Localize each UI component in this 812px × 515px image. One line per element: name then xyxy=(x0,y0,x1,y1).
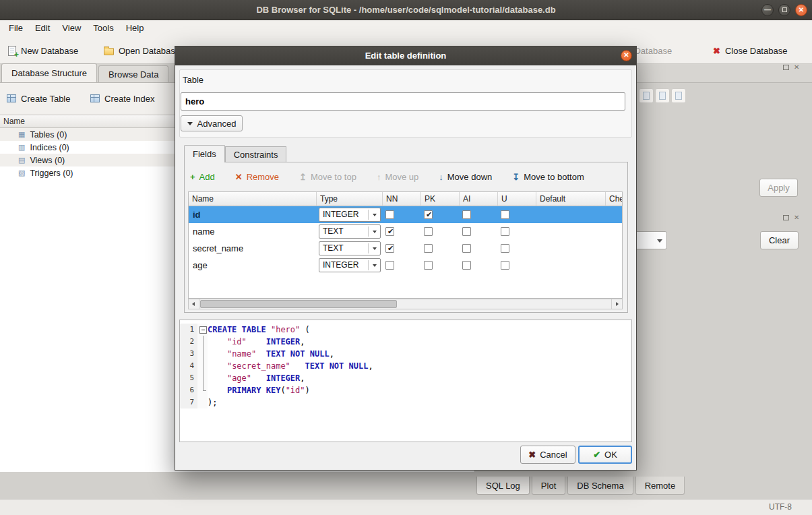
menu-file[interactable]: File xyxy=(3,20,29,36)
sql-preview[interactable]: 1CREATE TABLE "hero" (2 "id" INTEGER,3 "… xyxy=(179,320,632,442)
open-folder-icon xyxy=(104,48,114,55)
u-checkbox[interactable] xyxy=(501,210,509,219)
horizontal-scrollbar[interactable] xyxy=(188,299,623,309)
type-select[interactable]: INTEGER xyxy=(319,208,381,222)
encoding-indicator[interactable]: UTF-8 xyxy=(769,502,792,512)
menu-tools[interactable]: Tools xyxy=(87,20,119,36)
pk-checkbox[interactable] xyxy=(424,227,433,236)
scroll-left-icon[interactable] xyxy=(189,299,199,309)
field-name-cell[interactable]: name xyxy=(189,223,317,240)
dock-close-icon[interactable]: ✕ xyxy=(794,214,799,221)
apply-button[interactable]: Apply xyxy=(759,179,798,197)
field-default-cell[interactable] xyxy=(536,223,606,240)
dock-float-icon[interactable] xyxy=(783,215,789,220)
dialog-tab-constraints[interactable]: Constraints xyxy=(225,146,287,162)
ai-checkbox[interactable] xyxy=(462,244,471,253)
move-down-button[interactable]: ↓Move down xyxy=(439,172,492,182)
close-icon[interactable]: ✕ xyxy=(795,4,807,16)
nn-checkbox[interactable] xyxy=(385,244,394,253)
field-row-name[interactable]: nameTEXT xyxy=(189,223,622,240)
sql-token: "age" xyxy=(227,373,251,383)
new-database-button[interactable]: New Database xyxy=(4,41,82,60)
minimize-icon[interactable]: — xyxy=(761,4,774,16)
cell-editor-toolbar-icon[interactable] xyxy=(655,88,670,103)
dialog-tab-fields[interactable]: Fields xyxy=(184,145,225,162)
field-default-cell[interactable] xyxy=(536,240,606,257)
maximize-icon[interactable] xyxy=(778,4,790,16)
field-check-cell[interactable] xyxy=(606,240,623,257)
add-button[interactable]: +Add xyxy=(190,172,215,182)
menu-view[interactable]: View xyxy=(56,20,87,36)
menu-help[interactable]: Help xyxy=(120,20,150,36)
menu-edit[interactable]: Edit xyxy=(29,20,56,36)
fold-margin-icon[interactable] xyxy=(197,324,208,336)
scrollbar-thumb[interactable] xyxy=(200,300,397,308)
fold-margin-icon xyxy=(197,360,208,372)
u-checkbox[interactable] xyxy=(501,227,509,236)
u-checkbox[interactable] xyxy=(501,244,509,253)
window-titlebar[interactable]: DB Browser for SQLite - /home/user/code/… xyxy=(0,0,812,20)
pk-checkbox[interactable] xyxy=(424,210,433,219)
tab-db-schema[interactable]: DB Schema xyxy=(567,477,633,495)
sql-token xyxy=(247,337,266,346)
ai-checkbox[interactable] xyxy=(462,210,471,219)
type-select[interactable]: TEXT xyxy=(319,241,381,255)
column-header-nn[interactable]: NN xyxy=(383,192,421,206)
field-check-cell[interactable] xyxy=(606,206,623,223)
ai-checkbox[interactable] xyxy=(462,261,471,270)
scroll-right-icon[interactable] xyxy=(611,299,622,309)
field-row-age[interactable]: ageINTEGER xyxy=(189,257,622,274)
move-bottom-button[interactable]: ↧Move to bottom xyxy=(512,172,584,182)
create-table-button[interactable]: Create Table xyxy=(7,90,70,107)
ok-button[interactable]: ✔ OK xyxy=(578,446,632,464)
remove-button[interactable]: ✕Remove xyxy=(235,172,279,182)
u-checkbox[interactable] xyxy=(501,261,509,270)
create-index-button[interactable]: Create Index xyxy=(90,90,154,107)
column-header-name[interactable]: Name xyxy=(189,192,317,206)
tab-sql-log[interactable]: SQL Log xyxy=(476,477,530,495)
field-row-secret_name[interactable]: secret_nameTEXT xyxy=(189,240,622,257)
dock-float-icon[interactable] xyxy=(783,65,789,70)
dialog-close-icon[interactable]: ✕ xyxy=(621,50,632,61)
folder-icon: ▥ xyxy=(18,144,25,151)
column-header-type[interactable]: Type xyxy=(317,192,383,206)
nn-checkbox[interactable] xyxy=(385,261,394,270)
cancel-button[interactable]: ✖ Cancel xyxy=(520,446,575,464)
type-select[interactable]: INTEGER xyxy=(319,258,381,272)
clear-button[interactable]: Clear xyxy=(760,231,799,249)
pk-checkbox[interactable] xyxy=(424,261,433,270)
dialog-titlebar[interactable]: Edit table definition ✕ xyxy=(175,47,636,65)
cell-editor-toolbar-icon[interactable] xyxy=(671,88,686,103)
column-header-u[interactable]: U xyxy=(498,192,536,206)
column-header-pk[interactable]: PK xyxy=(421,192,460,206)
pk-checkbox[interactable] xyxy=(424,244,433,253)
tab-plot[interactable]: Plot xyxy=(532,477,565,495)
open-database-button[interactable]: Open Database xyxy=(100,41,184,60)
type-select[interactable]: TEXT xyxy=(319,224,381,239)
sql-token: , xyxy=(368,361,373,371)
field-name-cell[interactable]: age xyxy=(189,257,317,274)
advanced-toggle-button[interactable]: Advanced xyxy=(181,115,243,131)
field-name-cell[interactable]: id xyxy=(189,206,317,223)
field-default-cell[interactable] xyxy=(536,206,606,223)
tab-browse-data[interactable]: Browse Data xyxy=(98,65,168,82)
field-default-cell[interactable] xyxy=(536,257,606,274)
nn-checkbox[interactable] xyxy=(385,227,394,236)
dock-close-icon[interactable]: ✕ xyxy=(794,64,799,71)
field-check-cell[interactable] xyxy=(606,223,623,240)
field-row-id[interactable]: idINTEGER xyxy=(189,206,622,223)
tab-database-structure[interactable]: Database Structure xyxy=(1,63,97,82)
cancel-icon: ✖ xyxy=(528,450,536,460)
sql-token xyxy=(208,373,227,383)
ai-checkbox[interactable] xyxy=(462,227,471,236)
column-header-default[interactable]: Default xyxy=(536,192,606,206)
table-name-input[interactable] xyxy=(181,92,625,111)
column-header-ai[interactable]: AI xyxy=(460,192,498,206)
nn-checkbox[interactable] xyxy=(385,210,394,219)
close-database-button[interactable]: ✖ Close Database xyxy=(709,41,791,60)
cell-editor-toolbar-icon[interactable] xyxy=(639,88,654,103)
field-name-cell[interactable]: secret_name xyxy=(189,240,317,257)
column-header-check[interactable]: Check xyxy=(606,192,623,206)
tab-remote[interactable]: Remote xyxy=(635,477,685,495)
field-check-cell[interactable] xyxy=(606,257,623,274)
